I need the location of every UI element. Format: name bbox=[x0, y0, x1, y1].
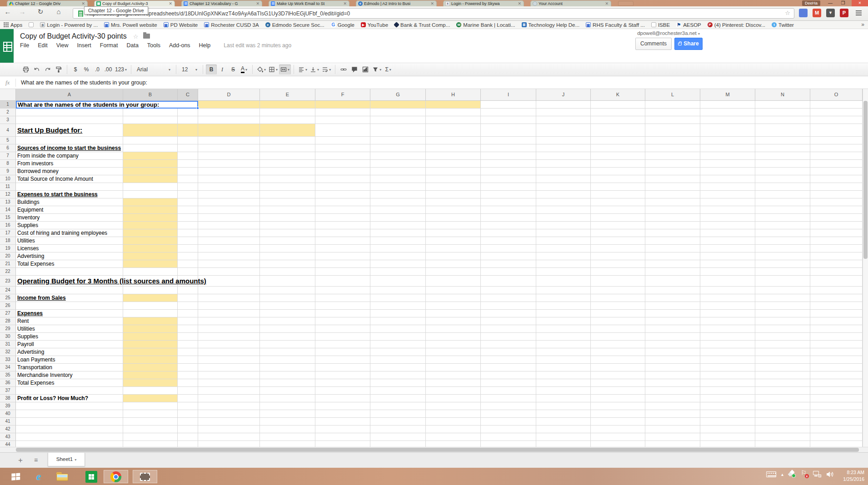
cell-M5[interactable] bbox=[700, 137, 755, 144]
cell-O15[interactable] bbox=[810, 214, 863, 222]
cell-B37[interactable] bbox=[123, 387, 178, 395]
insert-chart-icon[interactable] bbox=[360, 64, 371, 74]
cell-N40[interactable] bbox=[755, 410, 810, 418]
cell-H8[interactable] bbox=[426, 160, 481, 168]
cell-H25[interactable] bbox=[426, 294, 481, 302]
cell-K9[interactable] bbox=[591, 168, 645, 175]
cell-L1[interactable] bbox=[645, 101, 700, 109]
cell-A28[interactable] bbox=[16, 317, 123, 325]
cell-L20[interactable] bbox=[645, 252, 700, 260]
menu-tools[interactable]: Tools bbox=[147, 42, 160, 49]
cell-K40[interactable] bbox=[591, 410, 645, 418]
cell-B16[interactable] bbox=[123, 222, 178, 229]
cell-O19[interactable] bbox=[810, 245, 863, 252]
cell-H6[interactable] bbox=[426, 144, 481, 152]
cell-F37[interactable] bbox=[315, 387, 370, 395]
cell-E28[interactable] bbox=[260, 317, 315, 325]
share-button[interactable]: Share bbox=[674, 38, 703, 50]
cell-B21[interactable] bbox=[123, 260, 178, 268]
cell-K36[interactable] bbox=[591, 379, 645, 387]
cell-L17[interactable] bbox=[645, 229, 700, 237]
row-header-37[interactable]: 37 bbox=[0, 387, 16, 395]
cell-L16[interactable] bbox=[645, 222, 700, 229]
cell-L8[interactable] bbox=[645, 160, 700, 168]
cell-M19[interactable] bbox=[700, 245, 755, 252]
cell-F39[interactable] bbox=[315, 402, 370, 410]
snipping-tool-icon[interactable] bbox=[133, 470, 157, 483]
cell-M13[interactable] bbox=[700, 198, 755, 206]
window-minimize-button[interactable]: — bbox=[825, 0, 836, 6]
cell-B28[interactable] bbox=[123, 317, 178, 325]
bookmark-marine-bank-locati[interactable]: MMarine Bank | Locati... bbox=[456, 22, 515, 28]
menu-add-ons[interactable]: Add-ons bbox=[169, 42, 190, 49]
cell-D25[interactable] bbox=[198, 294, 260, 302]
cell-K1[interactable] bbox=[591, 101, 645, 109]
cell-G3[interactable] bbox=[370, 116, 426, 124]
cell-H29[interactable] bbox=[426, 325, 481, 333]
cell-C20[interactable] bbox=[178, 252, 198, 260]
cell-J44[interactable] bbox=[536, 441, 591, 447]
last-edit-status[interactable]: Last edit was 2 minutes ago bbox=[224, 42, 291, 49]
filter-icon[interactable]: ▾ bbox=[371, 64, 383, 74]
cell-J5[interactable] bbox=[536, 137, 591, 144]
cell-A39[interactable] bbox=[16, 402, 123, 410]
cell-H12[interactable] bbox=[426, 191, 481, 198]
cell-J8[interactable] bbox=[536, 160, 591, 168]
cell-K32[interactable] bbox=[591, 348, 645, 356]
row-header-1[interactable]: 1 bbox=[0, 101, 16, 109]
cell-J25[interactable] bbox=[536, 294, 591, 302]
cell-E32[interactable] bbox=[260, 348, 315, 356]
cell-E37[interactable] bbox=[260, 387, 315, 395]
grid-corner-box[interactable] bbox=[0, 89, 16, 101]
cell-G32[interactable] bbox=[370, 348, 426, 356]
cell-H39[interactable] bbox=[426, 402, 481, 410]
cell-N12[interactable] bbox=[755, 191, 810, 198]
percent-button[interactable]: % bbox=[81, 64, 92, 74]
cell-O23[interactable] bbox=[810, 276, 863, 287]
cell-E12[interactable] bbox=[260, 191, 315, 198]
cell-J40[interactable] bbox=[536, 410, 591, 418]
cell-O29[interactable] bbox=[810, 325, 863, 333]
star-document-icon[interactable]: ☆ bbox=[133, 33, 139, 40]
column-header-C[interactable]: C bbox=[178, 89, 198, 101]
font-family-dropdown[interactable]: Arial▾ bbox=[134, 64, 173, 74]
cell-F4[interactable] bbox=[315, 124, 370, 137]
cell-G22[interactable] bbox=[370, 268, 426, 276]
cell-B15[interactable] bbox=[123, 214, 178, 222]
row-header-26[interactable]: 26 bbox=[0, 302, 16, 310]
cell-N41[interactable] bbox=[755, 418, 810, 426]
cell-C41[interactable] bbox=[178, 418, 198, 426]
cell-M6[interactable] bbox=[700, 144, 755, 152]
blue-extension-icon[interactable] bbox=[799, 9, 808, 17]
cell-B39[interactable] bbox=[123, 402, 178, 410]
cell-F26[interactable] bbox=[315, 302, 370, 310]
cell-J1[interactable] bbox=[536, 101, 591, 109]
cell-C42[interactable] bbox=[178, 426, 198, 433]
cell-L31[interactable] bbox=[645, 341, 700, 348]
row-header-39[interactable]: 39 bbox=[0, 402, 16, 410]
cell-L19[interactable] bbox=[645, 245, 700, 252]
menu-data[interactable]: Data bbox=[126, 42, 138, 49]
cell-I30[interactable] bbox=[481, 333, 536, 341]
row-header-38[interactable]: 38 bbox=[0, 395, 16, 402]
cell-B41[interactable] bbox=[123, 418, 178, 426]
cell-C4[interactable] bbox=[178, 124, 198, 137]
cell-J29[interactable] bbox=[536, 325, 591, 333]
cell-D12[interactable] bbox=[198, 191, 260, 198]
cell-O26[interactable] bbox=[810, 302, 863, 310]
browser-tab-4[interactable]: Make Up Work Email to St✕ bbox=[269, 0, 349, 6]
menu-view[interactable]: View bbox=[56, 42, 69, 49]
cell-N34[interactable] bbox=[755, 364, 810, 371]
cell-H28[interactable] bbox=[426, 317, 481, 325]
print-icon[interactable] bbox=[20, 64, 31, 74]
cell-C36[interactable] bbox=[178, 379, 198, 387]
cell-A22[interactable] bbox=[16, 268, 123, 276]
cell-D34[interactable] bbox=[198, 364, 260, 371]
cell-G42[interactable] bbox=[370, 426, 426, 433]
cell-F14[interactable] bbox=[315, 206, 370, 214]
cell-J7[interactable] bbox=[536, 152, 591, 160]
cell-J39[interactable] bbox=[536, 402, 591, 410]
all-sheets-button[interactable]: ≡ bbox=[34, 456, 38, 464]
cell-J34[interactable] bbox=[536, 364, 591, 371]
cell-E22[interactable] bbox=[260, 268, 315, 276]
